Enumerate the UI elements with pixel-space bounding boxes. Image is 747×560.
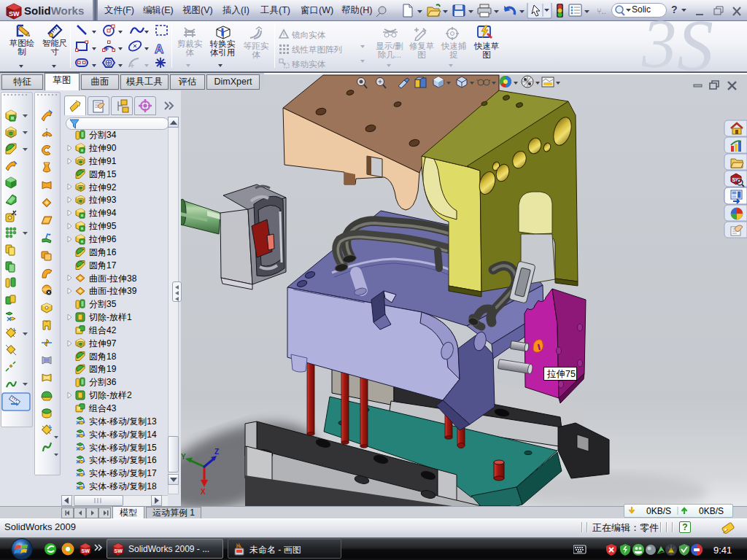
svg-text:组合42: 组合42 [88,325,117,335]
svg-text:⑂..: ⑂.. [597,7,606,15]
svg-text:实体-移动/复制15: 实体-移动/复制15 [89,443,157,453]
svg-text:SW: SW [9,10,20,18]
svg-text:0KB/S: 0KB/S [646,506,671,516]
svg-text:拉伸90: 拉伸90 [88,143,117,153]
svg-text:实体-移动/复制17: 实体-移动/复制17 [89,468,157,478]
svg-text:Z: Z [214,448,219,456]
svg-text:曲面-拉伸38: 曲面-拉伸38 [89,273,137,284]
svg-text:切除-放样2: 切除-放样2 [88,390,132,400]
svg-text:拉伸92: 拉伸92 [88,182,117,192]
svg-text:Y: Y [181,453,186,461]
svg-text:实体-移动/复制18: 实体-移动/复制18 [89,481,157,491]
svg-text:分割34: 分割34 [89,130,117,140]
svg-text:拉伸94: 拉伸94 [88,208,117,218]
svg-text:拉伸95: 拉伸95 [88,221,117,231]
svg-text:3: 3 [642,15,677,73]
svg-text:X: X [201,488,206,496]
svg-text:分割35: 分割35 [89,299,117,309]
svg-text:拉伸96: 拉伸96 [88,234,117,244]
svg-text:拉伸93: 拉伸93 [88,195,117,205]
svg-text:实体-移动/复制16: 实体-移动/复制16 [89,455,157,465]
svg-text:圆角15: 圆角15 [89,169,117,179]
svg-text:切除-放样1: 切除-放样1 [88,312,132,322]
svg-text:圆角16: 圆角16 [89,247,117,257]
svg-text:实体-移动/复制13: 实体-移动/复制13 [89,416,157,427]
svg-text:拉伸97: 拉伸97 [88,338,117,349]
svg-text:SW: SW [82,548,90,553]
svg-text:圆角17: 圆角17 [89,260,117,271]
svg-text:拉伸75: 拉伸75 [546,369,576,379]
svg-text:0KB/S: 0KB/S [699,506,724,516]
svg-text:A: A [155,42,163,56]
svg-text:S: S [677,15,713,73]
svg-text:圆角18: 圆角18 [89,351,117,362]
svg-text:曲面-拉伸39: 曲面-拉伸39 [89,286,137,296]
svg-text:9:41: 9:41 [713,545,732,556]
svg-text:分割36: 分割36 [89,377,117,387]
svg-text:拉伸91: 拉伸91 [88,156,117,166]
svg-text:组合43: 组合43 [88,403,117,413]
svg-text:实体-移动/复制14: 实体-移动/复制14 [89,429,157,440]
svg-text:圆角19: 圆角19 [89,364,117,374]
svg-text:SW: SW [115,548,123,553]
